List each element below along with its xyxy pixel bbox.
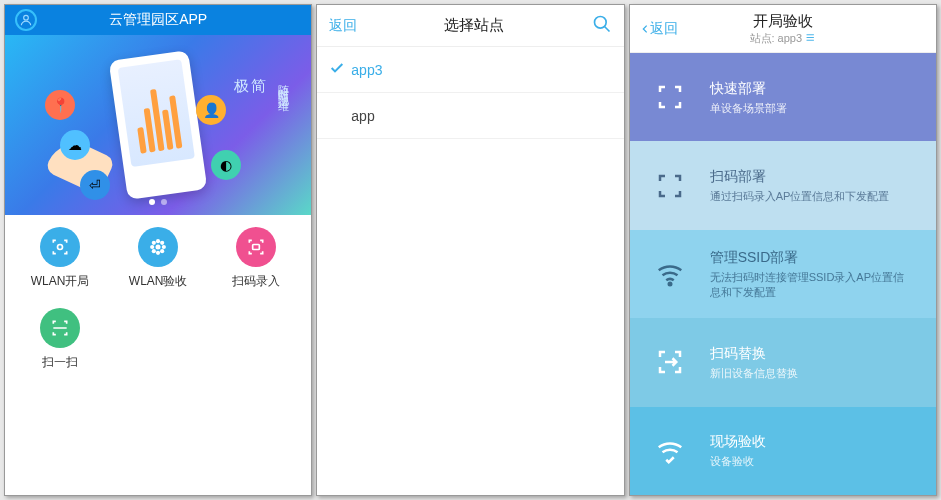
bubble-icon: ◐	[211, 150, 241, 180]
phone-graphic	[109, 50, 208, 200]
feature-label: 扫一扫	[42, 354, 78, 371]
card-title: 扫码替换	[710, 345, 914, 363]
flower-icon	[138, 227, 178, 267]
barcode-icon	[236, 227, 276, 267]
deploy-pane: 返回 开局验收 站点:app3 快速部署 单设备场景部署	[629, 4, 937, 496]
deploy-header: 返回 开局验收 站点:app3	[630, 5, 936, 53]
home-header: 云管理园区APP	[5, 5, 311, 35]
svg-point-6	[162, 245, 166, 249]
scan-frame-icon	[652, 168, 688, 204]
slogan: 极简 随 时 随 地 运 维	[234, 75, 291, 96]
site-list: app3 app	[317, 47, 623, 495]
svg-point-12	[594, 16, 606, 28]
wifi-icon	[652, 256, 688, 292]
feature-label: WLAN验收	[129, 273, 188, 290]
card-desc: 通过扫码录入AP位置信息和下发配置	[710, 189, 914, 203]
card-ssid-deploy[interactable]: 管理SSID部署 无法扫码时连接管理SSID录入AP位置信息和下发配置	[630, 230, 936, 318]
card-quick-deploy[interactable]: 快速部署 单设备场景部署	[630, 53, 936, 141]
card-title: 快速部署	[710, 80, 914, 98]
svg-point-0	[24, 15, 29, 20]
card-scan-deploy[interactable]: 扫码部署 通过扫码录入AP位置信息和下发配置	[630, 141, 936, 229]
card-title: 管理SSID部署	[710, 249, 914, 267]
card-desc: 设备验收	[710, 454, 914, 468]
scan-swap-icon	[652, 344, 688, 380]
feature-scan-input[interactable]: 扫码录入	[207, 227, 305, 290]
svg-point-5	[150, 245, 154, 249]
page-title: 云管理园区APP	[37, 11, 279, 29]
site-select-pane: 返回 选择站点 app3 app	[316, 4, 624, 496]
svg-point-2	[156, 245, 161, 250]
check-icon	[329, 60, 351, 80]
feature-grid: WLAN开局 WLAN验收 扫码录入 扫一扫	[5, 215, 311, 495]
hero-banner[interactable]: 📍 ☁ ⏎ 👤 ◐ 极简 随 时 随 地 运 维	[5, 35, 311, 215]
card-title: 现场验收	[710, 433, 914, 451]
site-name: app	[351, 108, 374, 124]
feature-label: 扫码录入	[232, 273, 280, 290]
scan-frame-icon	[652, 79, 688, 115]
page-title: 开局验收	[750, 12, 817, 31]
search-icon[interactable]	[592, 14, 612, 38]
menu-icon[interactable]	[805, 32, 816, 45]
home-pane: 云管理园区APP 📍 ☁ ⏎ 👤 ◐ 极简 随 时 随 地 运 维	[4, 4, 312, 496]
bubble-icon: 📍	[45, 90, 75, 120]
card-title: 扫码部署	[710, 168, 914, 186]
scan-icon	[40, 308, 80, 348]
svg-point-13	[668, 283, 671, 286]
site-name: app3	[351, 62, 382, 78]
site-row[interactable]: app	[317, 93, 623, 139]
feature-label: WLAN开局	[31, 273, 90, 290]
site-header: 返回 选择站点	[317, 5, 623, 47]
svg-point-10	[160, 249, 164, 253]
svg-point-8	[160, 241, 164, 245]
wifi-check-icon	[652, 433, 688, 469]
svg-point-3	[156, 239, 160, 243]
svg-point-1	[58, 245, 63, 250]
bubble-icon: ⏎	[80, 170, 110, 200]
card-desc: 单设备场景部署	[710, 101, 914, 115]
back-button[interactable]: 返回	[329, 17, 357, 35]
card-site-verify[interactable]: 现场验收 设备验收	[630, 407, 936, 495]
scan-circle-icon	[40, 227, 80, 267]
subtitle: 站点:app3	[750, 31, 817, 46]
back-button[interactable]: 返回	[640, 20, 678, 38]
bubble-icon: 👤	[196, 95, 226, 125]
feature-wlan-start[interactable]: WLAN开局	[11, 227, 109, 290]
card-desc: 新旧设备信息替换	[710, 366, 914, 380]
bubble-icon: ☁	[60, 130, 90, 160]
svg-point-4	[156, 251, 160, 255]
feature-wlan-verify[interactable]: WLAN验收	[109, 227, 207, 290]
page-title: 选择站点	[357, 16, 591, 35]
site-row[interactable]: app3	[317, 47, 623, 93]
svg-point-7	[152, 241, 156, 245]
avatar-icon[interactable]	[15, 9, 37, 31]
card-scan-replace[interactable]: 扫码替换 新旧设备信息替换	[630, 318, 936, 406]
carousel-dots[interactable]	[149, 199, 167, 205]
feature-scan[interactable]: 扫一扫	[11, 308, 109, 371]
deploy-list: 快速部署 单设备场景部署 扫码部署 通过扫码录入AP位置信息和下发配置 管理	[630, 53, 936, 495]
card-desc: 无法扫码时连接管理SSID录入AP位置信息和下发配置	[710, 270, 914, 299]
svg-rect-11	[253, 245, 260, 250]
svg-point-9	[152, 249, 156, 253]
